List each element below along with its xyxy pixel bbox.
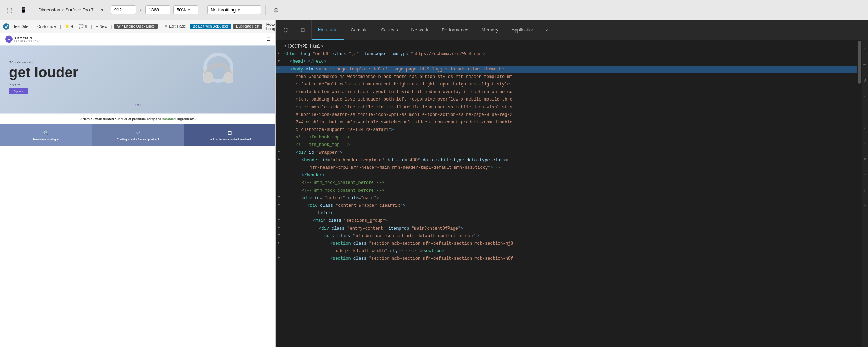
width-input[interactable]: 912	[111, 5, 136, 14]
right-panel-item-6: au	[863, 120, 868, 135]
feature-card-3[interactable]: ⊞ Looking for a customized solution?	[184, 124, 275, 146]
comment-link[interactable]: 💬 0	[77, 23, 89, 29]
tab-elements[interactable]: Elements	[312, 20, 344, 40]
html-line-comment-2: <!-- mfn_hook_top -->	[276, 141, 857, 149]
html-line-section-1-cont: udgjk default-width" style= ··· > </sect…	[276, 248, 857, 255]
zoom-arrow-icon: ▼	[187, 8, 191, 12]
browse-icon: 🔍	[43, 130, 49, 136]
tab-network[interactable]: Network	[405, 20, 435, 40]
devtools-toolbar: ⬚ 📱 Dimensions: Surface Pro 7 ▼ 912 x 13…	[0, 0, 868, 20]
main-area: W Test Site | Customize | ⭐ 4 💬 0 | + Ne…	[0, 20, 868, 347]
html-line-html: ▶ <html lang="en-US" class="js" itemscop…	[276, 50, 857, 58]
html-line-content-wrapper: ▼ <div class="content_wrapper clearfix" …	[276, 202, 857, 210]
logo-subtext: INTERNATIONAL	[14, 40, 39, 42]
html-line-before: ::before	[276, 210, 857, 217]
html-line-body[interactable]: ▼ <body class="home page-template-defaul…	[276, 66, 857, 73]
feature-title-1: Browse our catalogue.	[32, 138, 59, 141]
feature-card-1[interactable]: 🔍 Browse our catalogue.	[0, 124, 92, 146]
feature-cards-section: 🔍 Browse our catalogue. ♡ Creating a hea…	[0, 124, 275, 146]
test-site-link[interactable]: Test Site	[11, 24, 30, 29]
tab-console[interactable]: Console	[344, 20, 375, 40]
feature-card-2[interactable]: ♡ Creating a health focused product?	[92, 124, 184, 146]
howdy-text: Howdy, hbug	[266, 22, 275, 31]
devtools-panel: ⬡ □ Elements Console Sources Network Per…	[276, 20, 868, 347]
html-line-content: ▼ <div id="Content" role="main" >	[276, 195, 857, 202]
html-line-comment-1: <!-- mfn_hook_top -->	[276, 134, 857, 141]
hero-brand-text: JBE products presents	[9, 61, 267, 64]
page-viewport: A ARTEMİS INTERNATIONAL ☰	[0, 33, 275, 265]
dimensions-label: Dimensions: Surface Pro 7	[38, 7, 94, 13]
html-line-body-class-1: heme woocommerce-js woocommerce-block-th…	[276, 73, 857, 81]
right-panel-item-1: e	[863, 41, 868, 56]
scrollbar-thumb[interactable]	[858, 41, 861, 84]
html-line-body-class-6: s mobile-icon-search-ss mobile-icon-wpml…	[276, 111, 857, 119]
right-panel-item-10: ou	[863, 183, 868, 197]
wp-admin-bar: W Test Site | Customize | ⭐ 4 💬 0 | + Ne…	[0, 20, 275, 33]
zoom-value: 50%	[177, 7, 186, 13]
inspect-element-icon[interactable]: ⬚	[4, 4, 15, 16]
html-line-head: ▶ <head> </head>	[276, 58, 857, 65]
new-link[interactable]: + New	[94, 24, 109, 29]
device-icon[interactable]: □	[294, 20, 312, 40]
html-code-panel[interactable]: <!DOCTYPE html> ▶ <html lang="en-US" cla…	[276, 40, 857, 347]
customize-icon: ⊞	[228, 130, 232, 136]
html-line-comment-4: <!-- mfn_hook_content_before -->	[276, 187, 857, 195]
edit-page-link[interactable]: ✏ Edit Page	[163, 23, 188, 29]
tab-memory[interactable]: Memory	[475, 20, 505, 40]
html-line-header-close: </header>	[276, 172, 857, 179]
html-line-body-class-8: d customize-support rs-ISM rs-safari">	[276, 126, 857, 134]
wp-engine-btn[interactable]: WP Engine Quick Links	[114, 24, 157, 29]
zoom-select[interactable]: 50% ▼	[173, 5, 198, 14]
right-panel-item-5: a,	[863, 104, 868, 119]
html-line-body-class-4: ntent-padding hide-love subheader-both-l…	[276, 96, 857, 103]
throttle-select[interactable]: No throttling ▼	[207, 5, 261, 14]
scrollbar-track[interactable]	[857, 40, 862, 347]
dot-2[interactable]	[137, 104, 139, 106]
height-input[interactable]: 1368	[145, 5, 170, 14]
dot-3[interactable]	[140, 104, 141, 106]
devtools-tabs: ⬡ □ Elements Console Sources Network Per…	[276, 20, 868, 40]
health-icon: ♡	[136, 130, 140, 136]
wifi-icon[interactable]: ⊕	[270, 4, 281, 16]
logo-text-group: ARTEMİS INTERNATIONAL	[14, 36, 39, 42]
feature-title-3: Looking for a customized solution?	[209, 138, 251, 141]
duplicate-post-btn[interactable]: Duplicate Post	[233, 24, 262, 29]
devtools-content: <!DOCTYPE html> ▶ <html lang="en-US" cla…	[276, 40, 868, 347]
tab-performance[interactable]: Performance	[435, 20, 475, 40]
hero-title-text: get louder	[9, 65, 267, 80]
cursor-icon[interactable]: ⬡	[277, 20, 294, 40]
tagline-text: Artemis - your trusted supplier of premi…	[80, 117, 196, 121]
hero-price-text: Only $298	[9, 83, 267, 86]
tab-application[interactable]: Application	[505, 20, 541, 40]
right-panel-item-9: if	[863, 167, 868, 182]
star-link[interactable]: ⭐ 4	[63, 23, 75, 29]
dimensions-dropdown-icon[interactable]: ▼	[97, 4, 108, 16]
feature-title-2: Creating a health focused product?	[117, 138, 159, 141]
wp-logo-icon[interactable]: W	[3, 23, 9, 30]
html-line-main: ▼ <main class="sections_group" >	[276, 217, 857, 225]
site-logo: A ARTEMİS INTERNATIONAL	[5, 36, 39, 43]
hero-section: JBE products presents get louder Only $2…	[0, 46, 275, 114]
browser-preview: W Test Site | Customize | ⭐ 4 💬 0 | + Ne…	[0, 20, 276, 347]
more-tabs-icon[interactable]: »	[541, 20, 553, 40]
logo-icon: A	[5, 36, 13, 43]
dot-1[interactable]	[135, 104, 136, 106]
tab-sources[interactable]: Sources	[375, 20, 405, 40]
bebuilder-btn[interactable]: Be Edit with BeBuilder	[190, 24, 231, 29]
right-panel-item-3: *W	[863, 73, 868, 87]
html-line-body-class-7: 744 wishlist-button mfn-variable-swatche…	[276, 119, 857, 126]
buy-now-button[interactable]: Buy Now	[9, 88, 28, 94]
more-options-icon[interactable]: ⋮	[284, 4, 296, 16]
height-value: 1368	[149, 7, 159, 13]
page-content: A ARTEMİS INTERNATIONAL ☰	[0, 33, 275, 347]
html-line-body-class-5: enter mobile-side-slide mobile-mini-mr-l…	[276, 104, 857, 111]
device-toggle-icon[interactable]: 📱	[18, 4, 29, 16]
html-line-comment-3: <!-- mfn_hook_content_before -->	[276, 179, 857, 187]
tagline-section: Artemis - your trusted supplier of premi…	[0, 114, 275, 125]
html-line-entry-content: ▼ <div class="entry-content" itemprop="m…	[276, 225, 857, 233]
site-header: A ARTEMİS INTERNATIONAL ☰	[0, 33, 275, 46]
customize-link[interactable]: Customize	[35, 24, 58, 29]
right-panel-item-4: }	[863, 89, 868, 103]
right-panel-item-8: fi	[863, 152, 868, 166]
hamburger-menu-icon[interactable]: ☰	[266, 37, 270, 42]
